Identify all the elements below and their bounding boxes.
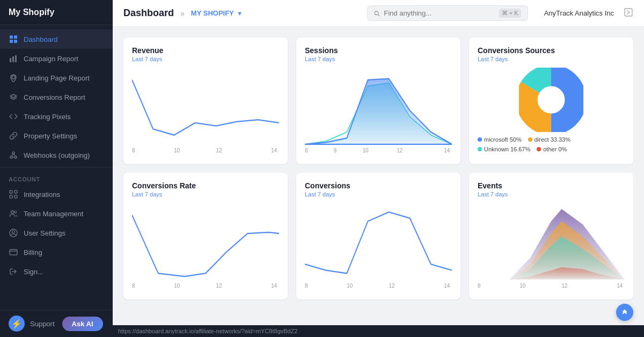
conversions-rate-title: Conversions Rate <box>132 181 279 190</box>
conversions-title: Conversions <box>305 181 452 190</box>
account-section-label: Account <box>0 170 113 185</box>
svg-point-8 <box>10 156 12 158</box>
sidebar-item-label: Property Settings <box>24 132 77 140</box>
sessions-title: Sessions <box>305 46 452 55</box>
legend-other: other 0% <box>537 146 567 152</box>
sidebar-item-campaign[interactable]: Campaign Report <box>0 49 113 68</box>
sidebar-item-label: Billing <box>24 248 42 257</box>
sidebar-item-landing[interactable]: Landing Page Report <box>0 68 113 87</box>
svg-text:10: 10 <box>519 282 525 289</box>
legend-unknown: Unknown 16.67% <box>478 146 530 152</box>
sidebar-item-property[interactable]: Property Settings <box>0 126 113 145</box>
svg-rect-3 <box>14 40 17 43</box>
svg-text:14: 14 <box>444 146 450 153</box>
conversions-rate-chart: 8 10 12 14 <box>132 203 279 289</box>
svg-rect-5 <box>12 56 14 62</box>
svg-text:10: 10 <box>347 282 353 289</box>
svg-point-16 <box>14 211 17 213</box>
breadcrumb: MY SHOPIFY ▼ <box>191 9 243 17</box>
exit-icon[interactable] <box>624 8 633 19</box>
sidebar-item-dashboard[interactable]: Dashboard <box>0 30 113 49</box>
grid-icon <box>9 34 18 44</box>
legend-dot-microsoft <box>478 137 482 142</box>
bar-chart-icon <box>9 54 18 63</box>
legend-label-direct: direct 33.33% <box>535 136 570 143</box>
revenue-card: Revenue Last 7 days 8 10 12 14 <box>123 38 288 164</box>
sidebar-item-tracking[interactable]: Tracking Pixels <box>0 107 113 126</box>
status-url: https://dashboard.anytrack.io/affiliate-… <box>118 328 298 334</box>
status-bar: https://dashboard.anytrack.io/affiliate-… <box>113 325 644 337</box>
svg-text:14: 14 <box>271 146 277 153</box>
sidebar-item-conversions[interactable]: Conversions Report <box>0 87 113 107</box>
sidebar-bottom: ⚡ Support Ask AI <box>0 310 113 337</box>
legend-label-microsoft: microsoft 50% <box>484 136 522 143</box>
sidebar-item-label: Dashboard <box>24 35 58 43</box>
svg-rect-4 <box>10 58 11 62</box>
revenue-chart: 8 10 12 14 <box>132 68 279 153</box>
sidebar-item-label: Webhooks (outgoing) <box>24 151 90 159</box>
integrations-icon <box>9 189 18 199</box>
legend-dot-direct <box>528 137 532 142</box>
sidebar-nav: Dashboard Campaign Report Landing Page R… <box>0 25 113 310</box>
sidebar-item-user-settings[interactable]: User Settings <box>0 223 113 243</box>
user-circle-icon <box>9 228 18 238</box>
svg-rect-14 <box>14 195 17 198</box>
svg-rect-19 <box>10 250 17 255</box>
location-icon <box>9 73 18 83</box>
pie-chart <box>519 68 583 132</box>
page-title: Dashboard <box>123 8 174 19</box>
svg-point-10 <box>12 152 14 154</box>
sidebar-item-webhooks[interactable]: Webhooks (outgoing) <box>0 145 113 165</box>
svg-text:12: 12 <box>216 282 222 289</box>
code-icon <box>9 112 18 121</box>
legend-label-unknown: Unknown 16.67% <box>484 146 530 152</box>
legend-microsoft: microsoft 50% <box>478 136 522 143</box>
conversions-rate-card: Conversions Rate Last 7 days 8 10 12 14 <box>123 173 288 299</box>
sessions-chart: 8 9 10 12 14 <box>305 68 452 153</box>
sessions-card: Sessions Last 7 days <box>296 38 460 164</box>
conversions-chart: 8 10 12 14 <box>305 203 452 289</box>
svg-rect-6 <box>15 55 17 62</box>
svg-text:14: 14 <box>271 282 277 289</box>
sidebar-item-integrations[interactable]: Integrations <box>0 185 113 204</box>
logout-icon <box>9 267 18 276</box>
svg-rect-1 <box>14 35 17 39</box>
dropdown-arrow-icon[interactable]: ▼ <box>237 10 243 17</box>
cards-grid: Revenue Last 7 days 8 10 12 14 <box>123 38 633 299</box>
svg-text:8: 8 <box>132 282 135 289</box>
dashboard-content: Revenue Last 7 days 8 10 12 14 <box>113 27 644 325</box>
search-bar[interactable]: ⌘ + K <box>367 5 528 21</box>
user-name: AnyTrack Analytics Inc <box>544 9 614 17</box>
legend-dot-unknown <box>478 147 482 151</box>
support-icon: ⚡ <box>9 316 25 332</box>
events-chart: 8 10 12 14 <box>478 203 625 289</box>
pie-container: microsoft 50% direct 33.33% Unknown 16.6… <box>478 68 625 152</box>
sidebar-item-signout[interactable]: Sign... <box>0 262 113 281</box>
main-content: Dashboard » MY SHOPIFY ▼ ⌘ + K AnyTrack … <box>113 0 644 337</box>
svg-rect-12 <box>14 191 17 193</box>
legend-dot-other <box>537 147 541 151</box>
sidebar-item-label: Sign... <box>24 268 43 276</box>
svg-rect-21 <box>625 9 632 16</box>
scroll-button[interactable] <box>616 304 633 321</box>
sidebar-item-billing[interactable]: Billing <box>0 243 113 262</box>
events-card: Events Last 7 days <box>469 173 633 299</box>
svg-text:12: 12 <box>397 146 402 153</box>
legend-direct: direct 33.33% <box>528 136 570 143</box>
search-input[interactable] <box>384 9 495 17</box>
conversions-card: Conversions Last 7 days 8 10 12 14 <box>296 173 460 299</box>
events-title: Events <box>478 181 625 190</box>
sidebar-item-team[interactable]: Team Management <box>0 204 113 223</box>
users-icon <box>9 209 18 218</box>
svg-point-15 <box>11 211 14 214</box>
svg-marker-27 <box>305 79 452 144</box>
ask-ai-button[interactable]: Ask AI <box>62 317 103 331</box>
conversions-sources-subtitle: Last 7 days <box>478 56 625 62</box>
layers-icon <box>9 92 18 102</box>
svg-text:10: 10 <box>363 146 369 153</box>
sidebar-item-label: Conversions Report <box>24 93 85 101</box>
svg-text:8: 8 <box>478 282 481 289</box>
sidebar-divider <box>0 167 113 167</box>
svg-rect-0 <box>10 35 13 39</box>
svg-text:8: 8 <box>305 282 308 289</box>
